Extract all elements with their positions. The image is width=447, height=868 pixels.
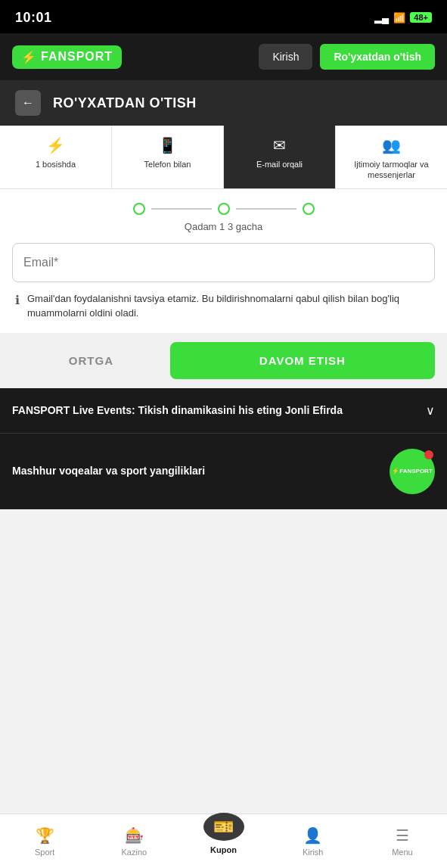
nav-label-kupon: Kupon	[210, 845, 237, 854]
nav-label-kirish: Kirish	[303, 848, 324, 857]
nav-item-kazino[interactable]: 🎰 Kazino	[89, 814, 178, 868]
fansport-circle: ⚡FANSPORT	[390, 449, 435, 494]
email-icon: ✉	[273, 136, 286, 154]
continue-button[interactable]: DAVOM ETISH	[170, 342, 435, 379]
kupon-circle: 🎫	[203, 813, 244, 841]
register-button[interactable]: Ro'yxatdan o'tish	[320, 44, 435, 70]
tab-one-click-label: 1 bosishda	[36, 159, 76, 170]
step-line-1	[151, 208, 212, 210]
social-icon: 👥	[382, 136, 401, 154]
nav-label-menu: Menu	[392, 848, 413, 857]
banner-item-1[interactable]: FANSPORT Live Events: Tikish dinamikasin…	[0, 388, 447, 434]
phone-icon: 📱	[158, 136, 177, 154]
info-icon: ℹ	[15, 293, 20, 307]
casino-icon: 🎰	[125, 826, 144, 845]
battery-icon: 48+	[410, 12, 432, 23]
logo: ⚡ FANSPORT	[12, 45, 122, 69]
step-line-2	[236, 208, 296, 210]
step-dot-2	[218, 203, 230, 215]
tab-social-label: Ijtimoiy tarmoqlar va messenjerlar	[342, 159, 441, 181]
bottom-nav: 🏆 Sport 🎰 Kazino 🎫 Kupon 👤 Kirish ☰ Menu	[0, 814, 447, 868]
tab-email-label: E-mail orqali	[256, 159, 303, 170]
nav-item-sport[interactable]: 🏆 Sport	[0, 814, 89, 868]
page-header: ← RO'YXATDAN O'TISH	[0, 80, 447, 126]
nav-item-menu[interactable]: ☰ Menu	[358, 814, 447, 868]
registration-tabs: ⚡ 1 bosishda 📱 Telefon bilan ✉ E-mail or…	[0, 126, 447, 189]
step-dots	[133, 203, 315, 215]
step-dot-3	[303, 203, 315, 215]
status-bar: 10:01 ▂▄ 📶 48+	[0, 0, 447, 33]
signal-icon: ▂▄	[374, 12, 389, 23]
menu-icon: ☰	[396, 826, 409, 845]
tab-phone[interactable]: 📱 Telefon bilan	[112, 126, 224, 188]
email-info-text: Gmail'dan foydalanishni tavsiya etamiz. …	[27, 291, 432, 321]
nav-item-kupon[interactable]: 🎫 Kupon	[178, 807, 268, 860]
back-action-button[interactable]: ORTGA	[12, 342, 170, 379]
nav-label-kazino: Kazino	[121, 848, 147, 857]
tab-phone-label: Telefon bilan	[144, 159, 191, 170]
nav-label-sport: Sport	[35, 848, 54, 857]
nav-buttons: Kirish Ro'yxatdan o'tish	[259, 44, 435, 70]
email-input[interactable]	[12, 243, 435, 282]
page-title: RO'YXATDAN O'TISH	[53, 95, 197, 111]
notification-badge	[424, 450, 433, 459]
banner-text-1: FANSPORT Live Events: Tikish dinamikasin…	[12, 403, 426, 418]
status-icons: ▂▄ 📶 48+	[374, 12, 432, 23]
trophy-icon: 🏆	[36, 826, 54, 845]
chevron-down-icon: ∨	[426, 403, 435, 418]
fansport-circle-logo: ⚡FANSPORT	[392, 468, 433, 475]
tab-email[interactable]: ✉ E-mail orqali	[224, 126, 336, 188]
banner-item-2[interactable]: Mashhur voqealar va sport yangiliklari ⚡…	[0, 434, 447, 509]
banner-area: FANSPORT Live Events: Tikish dinamikasin…	[0, 388, 447, 510]
action-buttons: ORTGA DAVOM ETISH	[0, 333, 447, 388]
step-dot-1	[133, 203, 145, 215]
banner-text-2: Mashhur voqealar va sport yangiliklari	[12, 464, 390, 479]
ticket-icon: 🎫	[213, 817, 234, 837]
status-time: 10:01	[15, 10, 52, 26]
tab-one-click[interactable]: ⚡ 1 bosishda	[0, 126, 112, 188]
back-button[interactable]: ←	[15, 90, 41, 116]
tab-social[interactable]: 👥 Ijtimoiy tarmoqlar va messenjerlar	[336, 126, 447, 188]
lightning-icon: ⚡	[46, 136, 65, 154]
step-label: Qadam 1 3 gacha	[185, 221, 262, 232]
logo-icon: ⚡	[21, 50, 36, 64]
email-info-box: ℹ Gmail'dan foydalanishni tavsiya etamiz…	[12, 291, 435, 321]
header-nav: ⚡ FANSPORT Kirish Ro'yxatdan o'tish	[0, 33, 447, 80]
login-button[interactable]: Kirish	[259, 44, 312, 70]
wifi-icon: 📶	[393, 12, 405, 23]
logo-text: FANSPORT	[41, 50, 113, 64]
form-area: ℹ Gmail'dan foydalanishni tavsiya etamiz…	[0, 243, 447, 333]
step-indicator: Qadam 1 3 gacha	[0, 189, 447, 243]
user-icon: 👤	[303, 826, 322, 845]
nav-item-kirish[interactable]: 👤 Kirish	[269, 814, 358, 868]
